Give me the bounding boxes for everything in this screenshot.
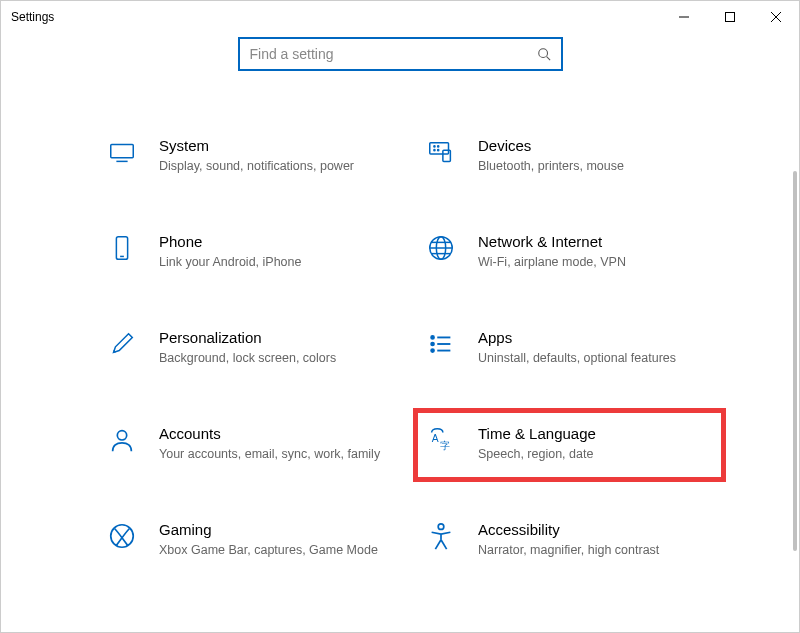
tile-title: Accounts [159,425,396,442]
tile-title: System [159,137,396,154]
titlebar: Settings [1,1,799,33]
tile-desc: Speech, region, date [478,446,715,463]
close-button[interactable] [753,1,799,33]
monitor-icon [105,135,139,169]
svg-rect-6 [111,145,134,158]
minimize-button[interactable] [661,1,707,33]
svg-point-23 [431,342,434,345]
tile-phone[interactable]: Phone Link your Android, iPhone [101,227,400,275]
tile-title: Phone [159,233,396,250]
tile-title: Network & Internet [478,233,715,250]
tile-desc: Background, lock screen, colors [159,350,396,367]
tile-time-language[interactable]: A字 Time & Language Speech, region, date [413,408,726,482]
tile-desc: Uninstall, defaults, optional features [478,350,715,367]
search-icon [537,47,551,61]
svg-text:A: A [432,433,439,444]
tile-devices[interactable]: Devices Bluetooth, printers, mouse [420,131,719,179]
maximize-button[interactable] [707,1,753,33]
svg-point-4 [538,49,547,58]
tile-title: Devices [478,137,715,154]
tile-desc: Bluetooth, printers, mouse [478,158,715,175]
settings-window: Settings [0,0,800,633]
svg-point-12 [434,150,435,151]
svg-point-21 [431,336,434,339]
tile-accounts[interactable]: Accounts Your accounts, email, sync, wor… [101,419,400,467]
tile-personalization[interactable]: Personalization Background, lock screen,… [101,323,400,371]
tile-desc: Wi-Fi, airplane mode, VPN [478,254,715,271]
svg-point-27 [117,430,126,439]
tile-title: Gaming [159,521,396,538]
tile-title: Accessibility [478,521,715,538]
svg-point-25 [431,349,434,352]
tile-title: Personalization [159,329,396,346]
phone-icon [105,231,139,265]
tile-system[interactable]: System Display, sound, notifications, po… [101,131,400,179]
language-icon: A字 [424,423,458,457]
tile-desc: Xbox Game Bar, captures, Game Mode [159,542,396,559]
tile-desc: Your accounts, email, sync, work, family [159,446,396,463]
scrollbar-thumb[interactable] [793,171,797,551]
svg-point-10 [434,146,435,147]
tile-network[interactable]: Network & Internet Wi-Fi, airplane mode,… [420,227,719,275]
tile-gaming[interactable]: Gaming Xbox Game Bar, captures, Game Mod… [101,515,400,563]
tile-title: Time & Language [478,425,715,442]
svg-rect-8 [430,143,449,154]
globe-icon [424,231,458,265]
tile-title: Apps [478,329,715,346]
tile-desc: Display, sound, notifications, power [159,158,396,175]
svg-line-5 [546,57,550,61]
tile-accessibility[interactable]: Accessibility Narrator, magnifier, high … [420,515,719,563]
paintbrush-icon [105,327,139,361]
content-area: System Display, sound, notifications, po… [1,33,799,632]
search-container [21,33,779,101]
search-box[interactable] [238,37,563,71]
svg-point-31 [438,523,444,529]
window-title: Settings [11,10,54,24]
svg-rect-1 [726,13,735,22]
tile-desc: Narrator, magnifier, high contrast [478,542,715,559]
tile-desc: Link your Android, iPhone [159,254,396,271]
settings-grid: System Display, sound, notifications, po… [21,101,779,582]
apps-list-icon [424,327,458,361]
xbox-icon [105,519,139,553]
search-input[interactable] [250,46,537,62]
accessibility-icon [424,519,458,553]
svg-point-13 [438,150,439,151]
window-controls [661,1,799,33]
svg-point-30 [111,524,134,547]
devices-icon [424,135,458,169]
svg-point-11 [438,146,439,147]
svg-text:字: 字 [440,440,450,451]
tile-apps[interactable]: Apps Uninstall, defaults, optional featu… [420,323,719,371]
scrollbar[interactable] [792,33,798,631]
person-icon [105,423,139,457]
